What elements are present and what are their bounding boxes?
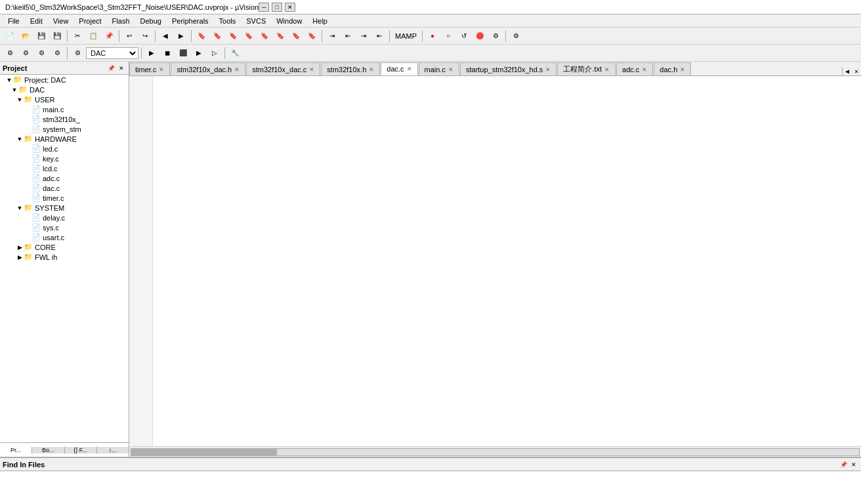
- back-btn[interactable]: ◀: [158, 30, 173, 43]
- tb2-btn11[interactable]: 🔧: [228, 47, 242, 60]
- menu-item-file[interactable]: File: [3, 16, 25, 26]
- menu-item-debug[interactable]: Debug: [135, 16, 167, 26]
- tab-close-main[interactable]: ✕: [448, 66, 453, 73]
- tree-item-usart[interactable]: 📄 usart.c: [0, 232, 129, 242]
- debug-btn[interactable]: 🔴: [472, 30, 487, 43]
- tab-scroll-left[interactable]: ◀: [842, 68, 852, 75]
- tab-stm32f10x-dac-c[interactable]: stm32f10x_dac.c ✕: [246, 62, 320, 75]
- open-btn[interactable]: 📂: [18, 30, 33, 43]
- menu-item-flash[interactable]: Flash: [107, 16, 135, 26]
- tb2-btn2[interactable]: ⚙: [18, 47, 33, 60]
- h-scrollbar-thumb[interactable]: [131, 449, 277, 455]
- cut-btn[interactable]: ✂: [70, 30, 85, 43]
- tab-main-c[interactable]: main.c ✕: [419, 62, 459, 75]
- bookmark2-btn[interactable]: 🔖: [210, 30, 224, 43]
- tree-item-key[interactable]: 📄 key.c: [0, 154, 129, 163]
- bookmark-btn[interactable]: 🔖: [194, 30, 209, 43]
- copy-btn[interactable]: 📋: [86, 30, 100, 43]
- tree-item-sys-c[interactable]: 📄 sys.c: [0, 222, 129, 232]
- target-combo[interactable]: DAC: [86, 47, 138, 59]
- bookmark7-btn[interactable]: 🔖: [289, 30, 303, 43]
- tab-stm32f10x-dac-h[interactable]: stm32f10x_dac.h ✕: [171, 62, 245, 75]
- code-content[interactable]: [153, 76, 861, 446]
- tb2-btn1[interactable]: ⚙: [3, 47, 17, 60]
- panel-tab-project[interactable]: Pr...: [0, 447, 32, 453]
- tab-scroll-right[interactable]: ✕: [852, 68, 861, 75]
- panel-tab-functions[interactable]: {} F...: [65, 447, 97, 453]
- tree-item-project[interactable]: ▼ 📁 Project: DAC: [0, 75, 129, 85]
- tab-close-startup[interactable]: ✕: [545, 66, 551, 73]
- outdent-btn[interactable]: ⇤: [341, 30, 355, 43]
- menu-item-window[interactable]: Window: [271, 16, 307, 26]
- debug2-btn[interactable]: ⚙: [488, 30, 503, 43]
- tree-item-delay[interactable]: 📄 delay.c: [0, 213, 129, 222]
- menu-item-help[interactable]: Help: [307, 16, 333, 26]
- stop-btn[interactable]: ○: [441, 30, 455, 43]
- find-pin[interactable]: 📌: [839, 460, 848, 469]
- tree-item-stm32[interactable]: 📄 stm32f10x_: [0, 114, 129, 124]
- tree-item-led[interactable]: 📄 led.c: [0, 144, 129, 154]
- tab-dac-c[interactable]: dac.c ✕: [381, 62, 417, 75]
- tb2-btn10[interactable]: ▷: [207, 47, 222, 60]
- tree-item-main-c[interactable]: 📄 main.c: [0, 104, 129, 114]
- code-editor[interactable]: [129, 76, 861, 446]
- tb2-btn9[interactable]: ▶: [192, 47, 206, 60]
- tree-item-adc[interactable]: 📄 adc.c: [0, 173, 129, 183]
- tab-adc-c[interactable]: adc.c ✕: [616, 62, 653, 75]
- h-scrollbar[interactable]: [129, 446, 861, 457]
- find-close[interactable]: ✕: [849, 460, 858, 469]
- reset-btn[interactable]: ↺: [457, 30, 471, 43]
- bookmark4-btn[interactable]: 🔖: [242, 30, 256, 43]
- panel-tab-templates[interactable]: ↕...: [97, 447, 129, 453]
- redo-btn[interactable]: ↪: [138, 30, 152, 43]
- settings-btn[interactable]: ⚙: [509, 30, 523, 43]
- menu-item-svcs[interactable]: SVCS: [241, 16, 271, 26]
- tree-item-timer-c[interactable]: 📄 timer.c: [0, 193, 129, 203]
- menu-item-view[interactable]: View: [48, 16, 74, 26]
- tab-close-dac-h[interactable]: ✕: [234, 66, 240, 73]
- bookmark8-btn[interactable]: 🔖: [304, 30, 319, 43]
- bookmark5-btn[interactable]: 🔖: [257, 30, 272, 43]
- tb2-btn3[interactable]: ⚙: [34, 47, 49, 60]
- save-all-btn[interactable]: 💾: [50, 30, 64, 43]
- panel-pin[interactable]: 📌: [106, 64, 116, 73]
- tab-startup[interactable]: startup_stm32f10x_hd.s ✕: [460, 62, 556, 75]
- outdent2-btn[interactable]: ⇤: [372, 30, 387, 43]
- menu-item-project[interactable]: Project: [74, 16, 106, 26]
- panel-tab-books[interactable]: Bo...: [32, 447, 64, 453]
- tab-stm32f10x-h[interactable]: stm32f10x.h ✕: [321, 62, 380, 75]
- undo-btn[interactable]: ↩: [122, 30, 136, 43]
- tb2-btn5[interactable]: ⚙: [70, 47, 85, 60]
- tab-dac-h[interactable]: dac.h ✕: [654, 62, 691, 75]
- tab-close-stm32[interactable]: ✕: [369, 66, 374, 73]
- h-scrollbar-track[interactable]: [131, 448, 860, 456]
- tab-close-intro[interactable]: ✕: [604, 66, 610, 73]
- indent2-btn[interactable]: ⇥: [356, 30, 371, 43]
- tree-item-user[interactable]: ▼ 📁 USER: [0, 94, 129, 104]
- tab-close-dac[interactable]: ✕: [407, 66, 412, 72]
- minimize-button[interactable]: ─: [259, 3, 269, 12]
- tree-item-core[interactable]: ▶ 📁 CORE: [0, 242, 129, 252]
- tab-intro[interactable]: 工程简介.txt ✕: [557, 62, 616, 75]
- panel-close[interactable]: ✕: [117, 64, 126, 73]
- tab-close-timer[interactable]: ✕: [159, 66, 164, 73]
- tree-item-lcd[interactable]: 📄 lcd.c: [0, 163, 129, 173]
- tree-item-hardware[interactable]: ▼ 📁 HARDWARE: [0, 134, 129, 144]
- tab-close-adc[interactable]: ✕: [642, 66, 647, 73]
- tree-item-dac[interactable]: ▼ 📁 DAC: [0, 85, 129, 94]
- new-file-btn[interactable]: 📄: [3, 30, 17, 43]
- close-button[interactable]: ✕: [285, 3, 295, 12]
- tree-item-fwl[interactable]: ▶ 📁 FWL ih: [0, 252, 129, 262]
- save-btn[interactable]: 💾: [34, 30, 49, 43]
- bookmark6-btn[interactable]: 🔖: [273, 30, 287, 43]
- tb2-btn6[interactable]: ▶: [144, 47, 159, 60]
- menu-item-edit[interactable]: Edit: [25, 16, 48, 26]
- indent-btn[interactable]: ⇥: [325, 30, 339, 43]
- tb2-btn8[interactable]: ⬛: [176, 47, 190, 60]
- tree-item-system[interactable]: 📄 system_stm: [0, 124, 129, 134]
- tree-item-dac-c[interactable]: 📄 dac.c: [0, 183, 129, 193]
- tb2-btn4[interactable]: ⚙: [50, 47, 64, 60]
- tab-close-dac-h2[interactable]: ✕: [680, 66, 685, 73]
- tab-timer-c[interactable]: timer.c ✕: [129, 62, 170, 75]
- menu-item-tools[interactable]: Tools: [214, 16, 242, 26]
